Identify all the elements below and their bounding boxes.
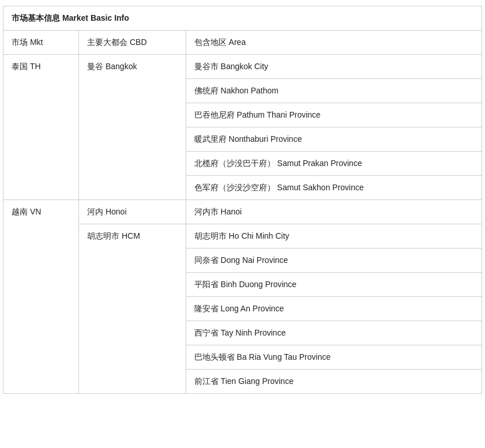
market-info-table: 市场基本信息 Market Basic Info 市场 Mkt 主要大都会 CB…: [3, 6, 482, 394]
table-title: 市场基本信息 Market Basic Info: [3, 6, 482, 31]
column-header-row: 市场 Mkt 主要大都会 CBD 包含地区 Area: [3, 31, 482, 55]
area-cell: 西宁省 Tay Ninh Province: [186, 321, 482, 345]
title-row: 市场基本信息 Market Basic Info: [3, 6, 482, 31]
area-cell: 色军府（沙没沙空府） Samut Sakhon Province: [186, 176, 482, 200]
area-cell: 前江省 Tien Giang Province: [186, 370, 482, 394]
table-wrapper: 市场基本信息 Market Basic Info 市场 Mkt 主要大都会 CB…: [0, 0, 485, 400]
cbd-cell-hanoi: 河内 Honoi: [79, 200, 186, 224]
market-cell-th: 泰国 TH: [3, 55, 79, 200]
area-cell: 暖武里府 Nonthaburi Province: [186, 127, 482, 152]
area-cell: 同奈省 Dong Nai Province: [186, 249, 482, 273]
area-cell: 隆安省 Long An Province: [186, 297, 482, 321]
col-header-area: 包含地区 Area: [186, 31, 482, 55]
area-cell: 佛统府 Nakhon Pathom: [186, 79, 482, 103]
col-header-market: 市场 Mkt: [3, 31, 79, 55]
col-header-cbd: 主要大都会 CBD: [79, 31, 186, 55]
cbd-cell-bangkok: 曼谷 Bangkok: [79, 55, 186, 200]
cbd-cell-hcm: 胡志明市 HCM: [79, 224, 186, 394]
market-cell-vn: 越南 VN: [3, 200, 79, 394]
area-cell: 平阳省 Binh Duong Province: [186, 273, 482, 297]
area-cell: 巴吞他尼府 Pathum Thani Province: [186, 103, 482, 127]
area-cell: 巴地头顿省 Ba Ria Vung Tau Province: [186, 345, 482, 370]
area-cell: 胡志明市 Ho Chi Minh City: [186, 224, 482, 249]
table-row: 泰国 TH 曼谷 Bangkok 曼谷市 Bangkok City: [3, 55, 482, 79]
area-cell: 河内市 Hanoi: [186, 200, 482, 224]
table-row: 越南 VN 河内 Honoi 河内市 Hanoi: [3, 200, 482, 224]
area-cell: 北榄府（沙没巴干府） Samut Prakan Province: [186, 152, 482, 176]
area-cell: 曼谷市 Bangkok City: [186, 55, 482, 79]
